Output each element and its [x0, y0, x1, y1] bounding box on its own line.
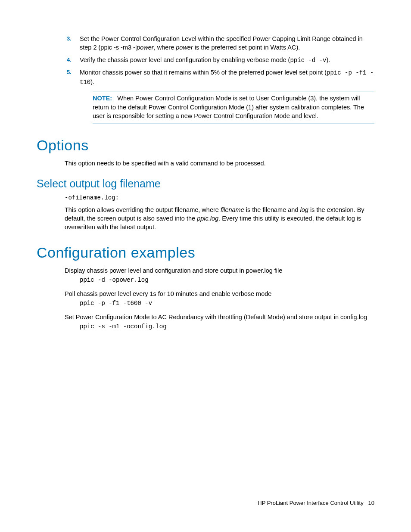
- example-description: Poll chassis power level every 1s for 10…: [65, 289, 374, 298]
- list-item: 3. Set the Power Control Configuration L…: [67, 34, 374, 52]
- list-number: 5.: [67, 68, 80, 76]
- example-description: Set Power Configuration Mode to AC Redun…: [65, 313, 374, 321]
- paragraph: This option needs to be specified with a…: [65, 159, 374, 168]
- example-description: Display chassis power level and configur…: [65, 266, 374, 275]
- text: , where: [154, 44, 176, 51]
- example-block: Display chassis power level and configur…: [65, 266, 374, 284]
- text: Monitor chassis power so that it remains…: [80, 69, 327, 76]
- list-number: 4.: [67, 56, 80, 64]
- text: ).: [90, 78, 94, 85]
- example-code: ppic -s -m1 -oconfig.log: [80, 323, 374, 331]
- italic-text: ppic.log: [197, 215, 218, 222]
- italic-text: log: [300, 206, 308, 213]
- text: is the preferred set point in Watts AC).: [193, 44, 300, 51]
- list-item: 5. Monitor chassis power so that it rema…: [67, 68, 374, 87]
- heading-configuration-examples: Configuration examples: [37, 244, 374, 261]
- paragraph: This option allows overriding the output…: [65, 205, 374, 232]
- text: This option allows overriding the output…: [65, 206, 221, 213]
- text: is the filename and: [244, 206, 300, 213]
- code-text: ppic -d -v: [290, 57, 326, 64]
- italic-text: power: [137, 44, 154, 51]
- heading-select-output-log: Select output log filename: [37, 177, 374, 190]
- note-text: When Power Control Configuration Mode is…: [93, 95, 364, 119]
- italic-text: filename: [221, 206, 244, 213]
- text: Verify the chassis power level and confi…: [80, 56, 290, 63]
- note-label: NOTE:: [93, 95, 112, 102]
- list-body: Verify the chassis power level and confi…: [80, 56, 374, 65]
- example-block: Poll chassis power level every 1s for 10…: [65, 289, 374, 308]
- note-box: NOTE: When Power Control Configuration M…: [93, 91, 374, 124]
- text: ).: [326, 56, 330, 63]
- example-code: ppic -p -f1 -t600 -v: [80, 299, 374, 308]
- page-number: 10: [368, 500, 374, 506]
- example-code: ppic -d -opower.log: [80, 276, 374, 285]
- code-line: -ofilename.log:: [65, 194, 374, 201]
- example-block: Set Power Configuration Mode to AC Redun…: [65, 313, 374, 331]
- list-number: 3.: [67, 34, 80, 43]
- document-page: 3. Set the Power Control Configuration L…: [0, 0, 411, 331]
- note-text: [114, 95, 117, 102]
- list-item: 4. Verify the chassis power level and co…: [67, 56, 374, 65]
- ordered-list: 3. Set the Power Control Configuration L…: [67, 34, 374, 87]
- list-body: Monitor chassis power so that it remains…: [80, 68, 374, 87]
- footer-title: HP ProLiant Power Interface Control Util…: [258, 500, 363, 506]
- page-footer: HP ProLiant Power Interface Control Util…: [258, 500, 374, 506]
- heading-options: Options: [37, 137, 374, 154]
- italic-text: power: [176, 44, 193, 51]
- list-body: Set the Power Control Configuration Leve…: [80, 34, 374, 52]
